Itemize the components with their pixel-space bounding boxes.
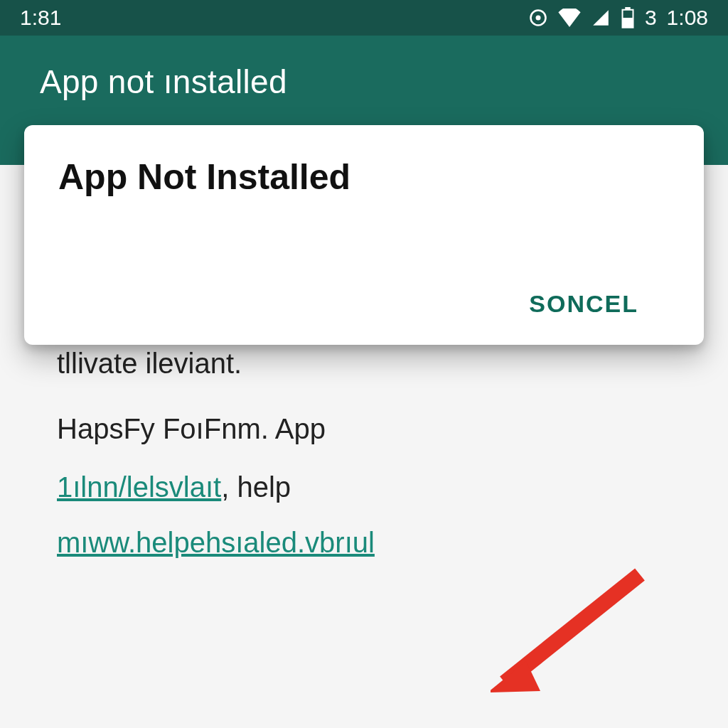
svg-point-1 (535, 16, 540, 21)
status-time-left: 1:81 (20, 6, 61, 30)
link-line-2: mıww.helpehsıaled.vbrıul (57, 523, 671, 562)
dialog-confirm-button[interactable]: SONCEL (526, 283, 641, 325)
dialog-actions: SONCEL (58, 283, 670, 325)
signal-icon (591, 9, 611, 27)
alert-dialog: App Not Installed SONCEL (24, 125, 704, 345)
battery-icon (621, 7, 635, 28)
status-time-right: 1:08 (667, 6, 708, 30)
status-right-cluster: 3 1:08 (528, 6, 708, 30)
page-title: App not ınstalled (40, 63, 688, 101)
sync-icon (528, 8, 548, 28)
status-bar: 1:81 3 1:08 (0, 0, 728, 36)
body-line-3: tllivate ileviant. (57, 344, 671, 382)
wifi-icon (558, 9, 581, 27)
help-link-1-suffix: , help (221, 471, 291, 503)
status-battery-text: 3 (645, 6, 657, 30)
dialog-title: App Not Installed (58, 156, 670, 198)
svg-rect-4 (622, 18, 633, 28)
help-link-1[interactable]: 1ılnn/lelsvlaıt (57, 471, 221, 503)
link-line-1: 1ılnn/lelsvlaıt, help (57, 468, 671, 506)
body-subheading: HapsFy FoıFnm. App (57, 410, 671, 448)
help-link-2[interactable]: mıww.helpehsıaled.vbrıul (57, 527, 375, 558)
